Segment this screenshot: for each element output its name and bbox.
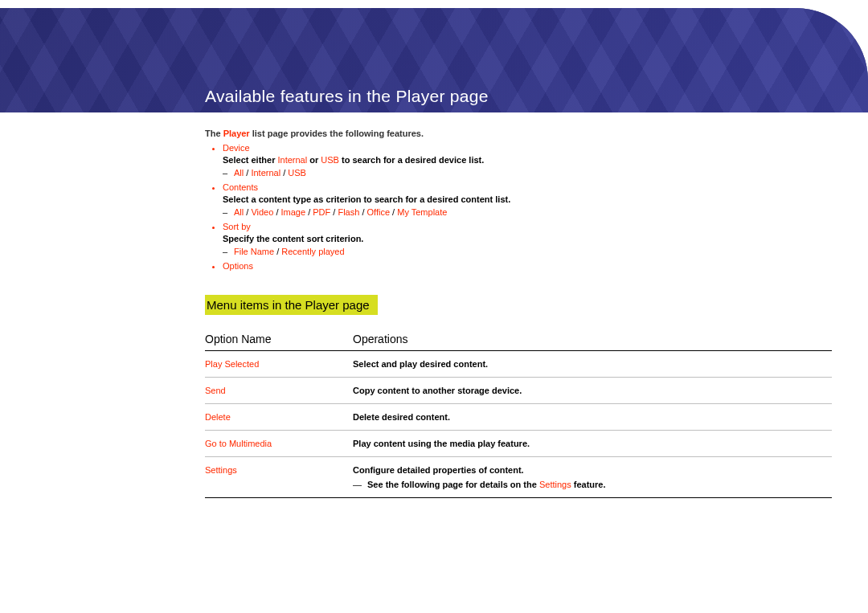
option-name: Send xyxy=(205,378,353,404)
feature-desc: Select a content type as criterion to se… xyxy=(223,194,836,204)
table-row: Send Copy content to another storage dev… xyxy=(205,378,832,404)
feature-sublist: File Name / Recently played xyxy=(223,247,836,256)
table-row: Settings Configure detailed properties o… xyxy=(205,457,832,498)
page-banner: Available features in the Player page xyxy=(0,8,868,112)
feature-sublist: All / Video / Image / PDF / Flash / Offi… xyxy=(223,207,836,217)
feature-list: Device Select either Internal or USB to … xyxy=(205,143,836,271)
sub-item: File Name / Recently played xyxy=(234,247,836,256)
feature-sublist: All / Internal / USB xyxy=(223,168,836,178)
option-name: Play Selected xyxy=(205,351,353,378)
option-operation: Play content using the media play featur… xyxy=(353,431,832,457)
options-table: Option Name Operations Play Selected Sel… xyxy=(205,326,832,498)
col-option-name: Option Name xyxy=(205,326,353,351)
option-operation: Configure detailed properties of content… xyxy=(353,457,832,498)
col-operations: Operations xyxy=(353,326,832,351)
option-name: Delete xyxy=(205,404,353,431)
settings-note: See the following page for details on th… xyxy=(353,480,827,489)
option-operation: Copy content to another storage device. xyxy=(353,378,832,404)
table-row: Delete Delete desired content. xyxy=(205,404,832,431)
sub-item: All / Internal / USB xyxy=(234,168,836,178)
page-title: Available features in the Player page xyxy=(205,87,489,106)
page-content: The Player list page provides the follow… xyxy=(0,112,868,530)
option-operation: Delete desired content. xyxy=(353,404,832,431)
option-name: Go to Multimedia xyxy=(205,431,353,457)
feature-device: Device Select either Internal or USB to … xyxy=(223,143,836,178)
table-row: Play Selected Select and play desired co… xyxy=(205,351,832,378)
feature-label: Sort by xyxy=(223,222,251,231)
feature-options: Options xyxy=(223,261,836,271)
feature-label: Device xyxy=(223,143,250,153)
feature-desc: Specify the content sort criterion. xyxy=(223,234,836,243)
intro-text: The Player list page provides the follow… xyxy=(205,129,836,138)
table-row: Go to Multimedia Play content using the … xyxy=(205,431,832,457)
subsection-heading: Menu items in the Player page xyxy=(205,295,378,315)
feature-label: Contents xyxy=(223,182,258,192)
option-operation: Select and play desired content. xyxy=(353,351,832,378)
feature-contents: Contents Select a content type as criter… xyxy=(223,182,836,217)
feature-label: Options xyxy=(223,261,253,271)
feature-sortby: Sort by Specify the content sort criteri… xyxy=(223,222,836,256)
option-name: Settings xyxy=(205,457,353,498)
sub-item: All / Video / Image / PDF / Flash / Offi… xyxy=(234,207,836,217)
feature-desc: Select either Internal or USB to search … xyxy=(223,155,836,165)
